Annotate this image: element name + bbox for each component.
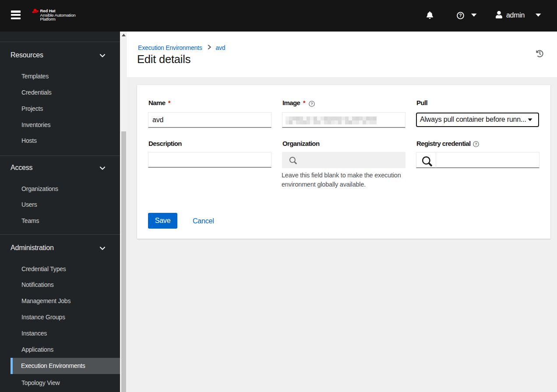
svg-text:?: ? xyxy=(475,142,477,146)
svg-text:?: ? xyxy=(310,102,313,106)
svg-text:?: ? xyxy=(459,13,462,18)
